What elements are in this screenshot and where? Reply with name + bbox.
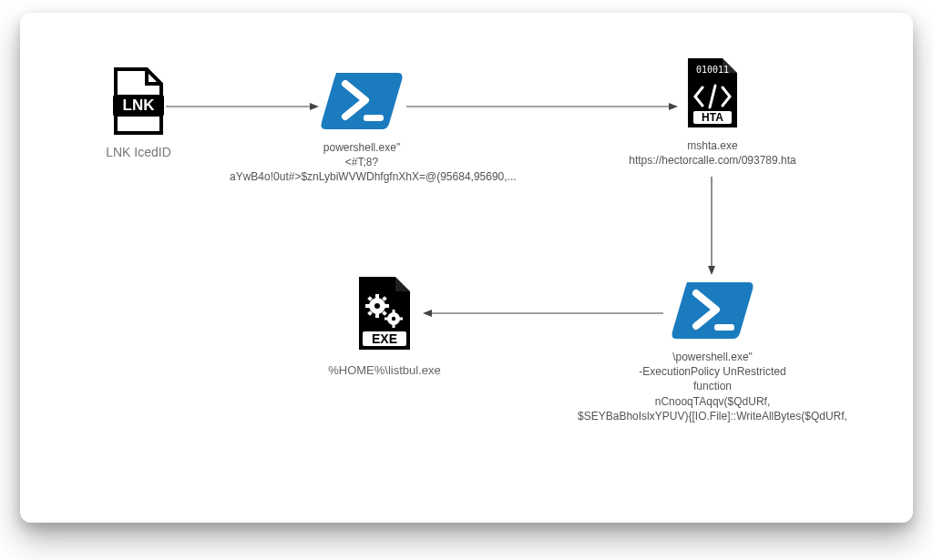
arrow-hta-to-ps2 [707, 177, 716, 277]
lnk-node: LNK LNK IcedID [84, 67, 193, 161]
svg-text:LNK: LNK [123, 97, 156, 114]
arrow-lnk-to-ps1 [166, 102, 321, 111]
powershell1-node: powershell.exe" <#T;8?aYwB4o!0ut#>$znLyb… [230, 67, 494, 185]
svg-marker-27 [310, 103, 319, 110]
hta-node: 010011 HTA mshta.exe https://hectorcalle… [612, 56, 813, 168]
svg-text:010011: 010011 [696, 65, 729, 75]
exe-label: %HOME%\listbul.exe [293, 362, 476, 379]
svg-rect-13 [384, 304, 389, 308]
svg-rect-23 [399, 318, 403, 321]
lnk-label: LNK IcedID [84, 144, 193, 161]
arrow-ps1-to-hta [406, 102, 680, 111]
svg-marker-29 [669, 103, 678, 110]
svg-marker-31 [708, 266, 715, 275]
powershell2-label: \powershell.exe" -ExecutionPolicy UnRest… [567, 350, 858, 423]
svg-marker-33 [423, 310, 432, 317]
svg-rect-21 [393, 324, 395, 328]
svg-rect-12 [365, 304, 370, 308]
svg-text:EXE: EXE [372, 331, 397, 346]
exe-node: EXE %HOME%\listbul.exe [293, 275, 476, 379]
svg-point-19 [392, 317, 395, 321]
svg-text:HTA: HTA [702, 111, 723, 124]
svg-rect-22 [384, 318, 388, 321]
svg-rect-11 [375, 313, 379, 318]
svg-rect-2 [364, 115, 384, 121]
arrow-ps2-to-exe [421, 309, 663, 318]
svg-point-9 [374, 303, 380, 309]
svg-rect-10 [375, 294, 379, 299]
powershell1-label: powershell.exe" <#T;8?aYwB4o!0ut#>$znLyb… [230, 140, 494, 185]
svg-rect-20 [393, 310, 395, 313]
hta-file-icon: 010011 HTA [612, 56, 813, 131]
diagram-card: LNK LNK IcedID powershell.exe" <#T;8?aYw… [20, 13, 913, 523]
powershell2-node: \powershell.exe" -ExecutionPolicy UnRest… [567, 277, 858, 423]
hta-label: mshta.exe https://hectorcalle.com/093789… [612, 138, 813, 168]
powershell-icon [230, 67, 494, 133]
svg-rect-7 [714, 324, 734, 331]
